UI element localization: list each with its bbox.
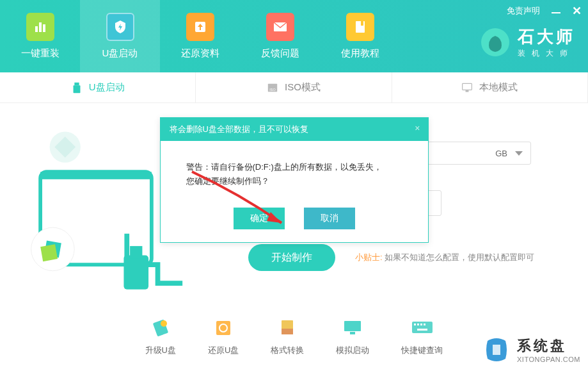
modal-title: 将会删除U盘全部数据，且不可以恢复 xyxy=(170,124,308,134)
modal-body: 警告：请自行备份(D:F:)盘上的所有数据，以免丢失， 您确定要继续制作吗？ xyxy=(161,141,428,201)
confirm-dialog: 将会删除U盘全部数据，且不可以恢复 × 警告：请自行备份(D:F:)盘上的所有数… xyxy=(160,117,429,243)
modal-header: 将会删除U盘全部数据，且不可以恢复 × xyxy=(161,118,428,141)
modal-footer: 确定 取消 xyxy=(161,201,428,242)
modal-close-button[interactable]: × xyxy=(415,123,420,133)
watermark-logo-icon xyxy=(481,334,512,365)
modal-warning-line2: 您确定要继续制作吗？ xyxy=(186,174,402,188)
watermark: 系统盘 XITONGPAN.COM xyxy=(473,331,588,369)
cancel-button[interactable]: 取消 xyxy=(304,208,355,229)
modal-overlay: 将会删除U盘全部数据，且不可以恢复 × 警告：请自行备份(D:F:)盘上的所有数… xyxy=(0,0,588,369)
watermark-url: XITONGPAN.COM xyxy=(517,356,580,363)
modal-warning-line1: 警告：请自行备份(D:F:)盘上的所有数据，以免丢失， xyxy=(186,160,402,174)
confirm-button[interactable]: 确定 xyxy=(234,208,285,229)
watermark-title: 系统盘 xyxy=(517,336,580,356)
